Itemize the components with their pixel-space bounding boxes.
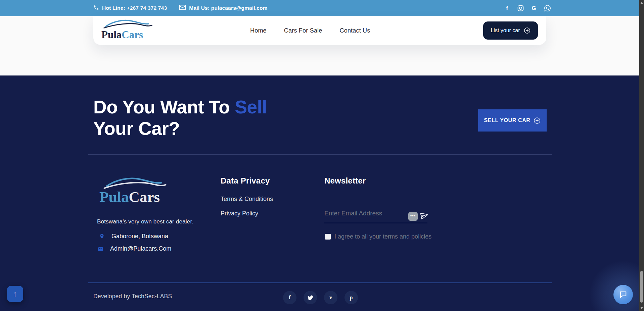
privacy-policy-link[interactable]: Privacy Policy <box>221 210 258 217</box>
chat-widget-button[interactable] <box>613 285 633 304</box>
car-swoosh-icon <box>103 19 153 29</box>
google-icon[interactable]: G <box>531 5 537 11</box>
developed-by-text: Developed by TechSec-LABS <box>93 293 172 300</box>
logo-part2: Cars <box>122 29 143 41</box>
nav-links: Home Cars For Sale Contact Us <box>250 16 370 45</box>
scrollbar-up-arrow[interactable] <box>640 2 643 4</box>
location-pin-icon <box>97 232 106 240</box>
section-divider <box>88 154 552 155</box>
twitter-bird <box>308 295 313 301</box>
hotline: Hot Line: +267 74 372 743 <box>93 5 167 12</box>
footer-tagline: Botswana's very own best car dealer. <box>97 218 193 225</box>
list-your-car-button[interactable]: List your car <box>483 21 538 40</box>
location-text: Gaborone, Botswana <box>111 233 168 240</box>
topbar-social: f G <box>504 0 551 16</box>
location-row: Gaborone, Botswana <box>97 232 168 240</box>
sell-cta-and-footer-section: Do You Want To Sell Your Car? SELL YOUR … <box>0 75 644 311</box>
sell-heading: Do You Want To Sell Your Car? <box>93 96 312 140</box>
nav-link-home[interactable]: Home <box>250 27 267 34</box>
agree-checkbox[interactable] <box>325 234 331 240</box>
facebook-icon[interactable]: f <box>504 5 510 11</box>
facebook-glyph: f <box>506 5 508 11</box>
scrollbar[interactable] <box>639 0 644 311</box>
plus-circle-icon <box>534 117 541 124</box>
logo-part1: Pula <box>99 189 129 205</box>
pinterest-glyph: p <box>350 295 353 300</box>
instagram-icon[interactable] <box>517 5 524 11</box>
agree-label[interactable]: I agree to all your terms and policies <box>334 233 431 240</box>
bottom-divider <box>88 282 552 283</box>
terms-conditions-link[interactable]: Terms & Conditions <box>221 196 273 203</box>
chat-bubble-icon <box>619 291 627 299</box>
logo-text: PulaCars <box>101 30 155 40</box>
facebook-glyph: f <box>289 295 290 300</box>
nav-link-cars-for-sale[interactable]: Cars For Sale <box>284 27 322 34</box>
vimeo-glyph: v <box>329 295 332 300</box>
vimeo-icon[interactable]: v <box>324 291 337 304</box>
paper-plane-icon <box>419 210 430 221</box>
heading-post: Your Car? <box>93 118 180 139</box>
up-arrow-icon: ↑ <box>13 289 17 299</box>
google-glyph: G <box>532 5 536 11</box>
topbar-inner: Hot Line: +267 74 372 743 Mail Us: pulac… <box>93 0 551 16</box>
envelope-icon <box>96 246 105 252</box>
nav-link-contact-us[interactable]: Contact Us <box>339 27 370 34</box>
pinterest-icon[interactable]: p <box>344 291 358 304</box>
newsletter-send-button[interactable] <box>419 210 430 221</box>
page: Hot Line: +267 74 372 743 Mail Us: pulac… <box>0 0 644 311</box>
mail-text: Mail Us: pulacaars@gmail.com <box>189 5 267 11</box>
footer-logo-text: PulaCars <box>99 190 170 205</box>
autofill-icon[interactable]: ••• <box>408 212 418 221</box>
scrollbar-down-arrow[interactable] <box>640 307 643 309</box>
data-privacy-heading: Data Privacy <box>221 176 270 186</box>
hotline-text: Hot Line: +267 74 372 743 <box>102 5 167 11</box>
topbar: Hot Line: +267 74 372 743 Mail Us: pulac… <box>0 0 644 16</box>
facebook-icon[interactable]: f <box>283 291 296 304</box>
header-logo[interactable]: PulaCars <box>101 19 155 40</box>
footer-logo[interactable]: PulaCars <box>99 176 170 205</box>
twitter-icon[interactable] <box>304 291 317 304</box>
logo-part1: Pula <box>101 29 122 41</box>
car-swoosh-icon <box>103 176 167 190</box>
list-your-car-label: List your car <box>491 28 520 34</box>
email-text[interactable]: Admin@Pulacars.Com <box>110 245 171 252</box>
mail-us: Mail Us: pulacaars@gmail.com <box>179 5 267 11</box>
logo-part2: Cars <box>129 189 160 205</box>
scroll-to-top-button[interactable]: ↑ <box>7 286 23 302</box>
sell-your-car-button[interactable]: SELL YOUR CAR <box>478 109 547 132</box>
plus-circle-icon <box>524 27 531 34</box>
heading-highlight: Sell <box>235 97 267 117</box>
footer-social: f v p <box>283 291 358 304</box>
whatsapp-icon[interactable] <box>544 5 551 11</box>
email-row: Admin@Pulacars.Com <box>96 245 171 252</box>
heading-pre: Do You Want To <box>93 97 235 117</box>
phone-icon <box>93 5 99 12</box>
sell-your-car-label: SELL YOUR CAR <box>484 117 531 123</box>
mail-icon <box>179 5 186 11</box>
navbar: PulaCars Home Cars For Sale Contact Us L… <box>93 16 546 45</box>
scrollbar-thumb[interactable] <box>640 271 643 303</box>
newsletter-heading: Newsletter <box>324 176 366 186</box>
